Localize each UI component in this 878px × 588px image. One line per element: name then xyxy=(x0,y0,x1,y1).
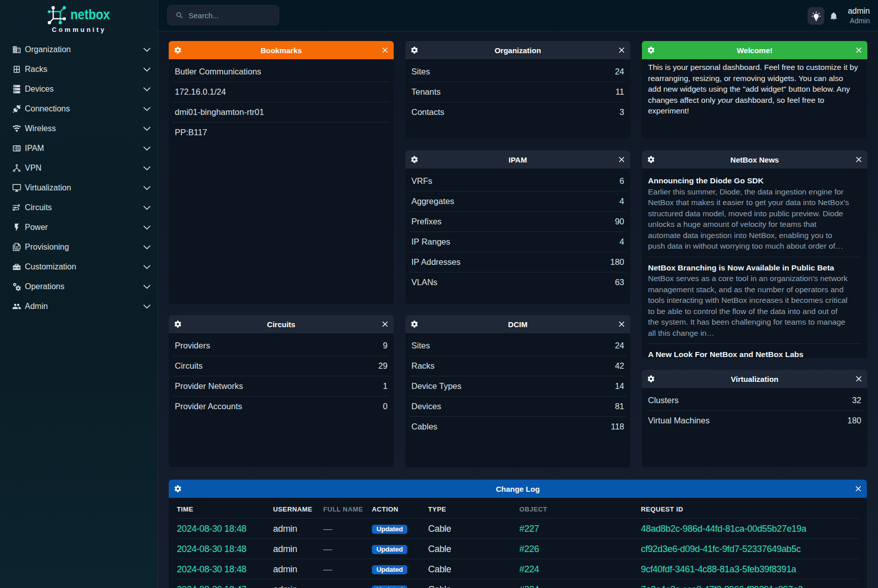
svg-text:netbox: netbox xyxy=(70,7,110,22)
